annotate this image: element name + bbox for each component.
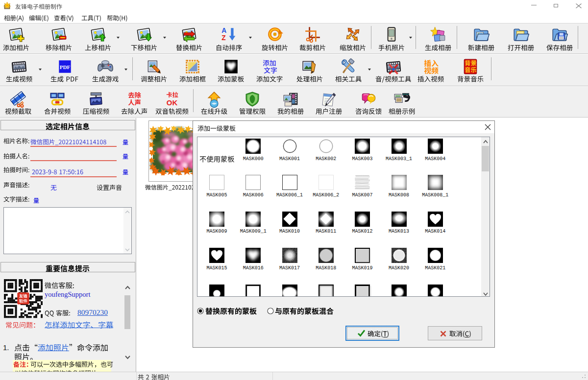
svg-text:Z: Z: [221, 34, 226, 42]
svg-text:A: A: [221, 26, 226, 34]
svg-text:PDF: PDF: [60, 64, 71, 70]
svg-text:OK: OK: [167, 99, 178, 107]
